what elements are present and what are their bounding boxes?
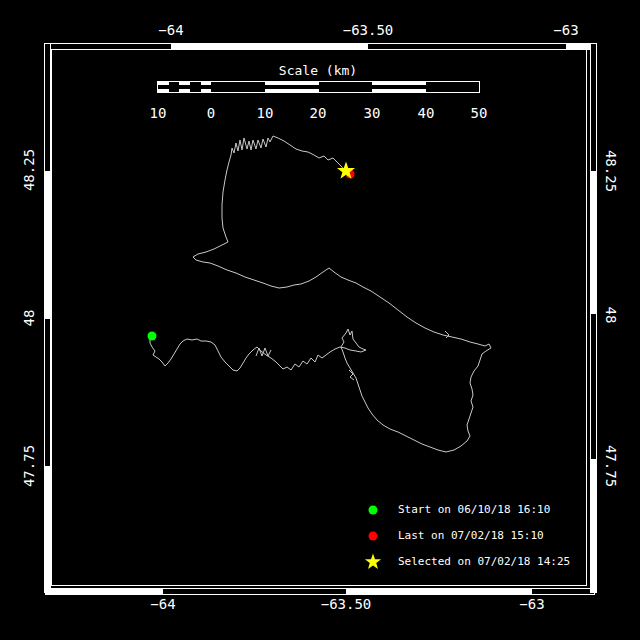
start-position-marker[interactable] — [148, 332, 157, 341]
legend-selected-marker-icon — [363, 551, 385, 573]
coastline-detail — [445, 331, 449, 338]
legend-start-marker-icon — [364, 500, 384, 520]
map-canvas — [0, 0, 640, 640]
legend-last-label: Last on 07/02/18 15:10 — [398, 529, 544, 543]
coastline-detail — [349, 370, 354, 380]
legend-start-label: Start on 06/10/18 16:10 — [398, 503, 550, 517]
legend-selected-label: Selected on 07/02/18 14:25 — [398, 555, 570, 569]
map-viewer: −64 −63.50 −63 −64 −63.50 −63 48.25 48 4… — [0, 0, 640, 640]
legend-last-marker-icon — [364, 526, 384, 546]
coastline — [150, 136, 491, 452]
coastline-detail — [256, 348, 271, 356]
